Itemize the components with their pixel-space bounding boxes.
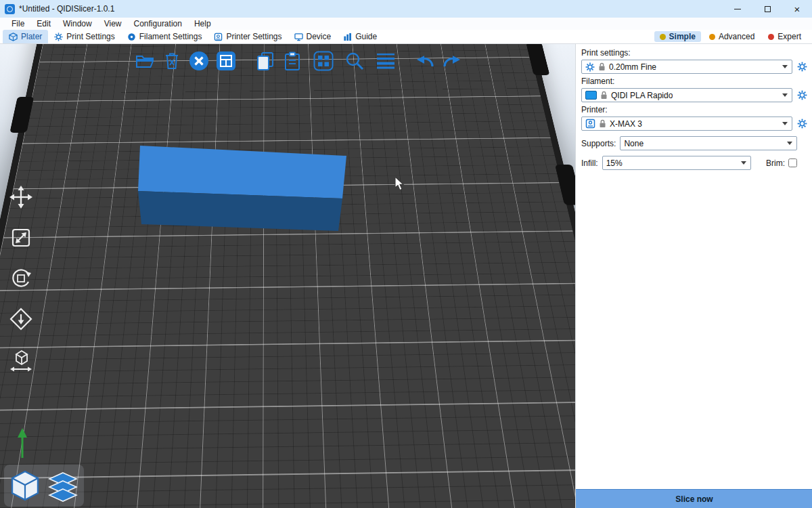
undo-button[interactable] (414, 49, 436, 72)
close-icon: × (794, 4, 800, 14)
delete-button[interactable] (161, 49, 183, 72)
filament-edit-button[interactable] (796, 89, 808, 102)
tab-print-settings[interactable]: Print Settings (48, 30, 120, 43)
slice-now-button[interactable]: Slice now (576, 489, 812, 508)
filament-combo[interactable]: QIDI PLA Rapido (581, 88, 792, 102)
split-objects-button[interactable] (313, 49, 334, 72)
qidislicer-window: *Untitled - QIDISlicer-1.0.1 × File Edit… (0, 0, 812, 508)
search-icon (345, 51, 364, 70)
window-controls: × (723, 0, 812, 18)
menu-edit[interactable]: Edit (30, 18, 57, 30)
printer-row: X-MAX 3 (581, 117, 809, 131)
printer-settings-icon (214, 33, 223, 41)
printer-combo[interactable]: X-MAX 3 (581, 117, 792, 131)
infill-label: Infill: (581, 158, 598, 168)
infill-value: 15% (606, 158, 623, 168)
print-settings-row: 0.20mm Fine (581, 60, 809, 74)
brim-label: Brim: (766, 158, 785, 168)
measure-icon (7, 346, 35, 373)
top-toolbar (134, 48, 463, 74)
mode-selector: Simple Advanced Expert (654, 31, 812, 42)
supports-label: Supports: (581, 139, 616, 148)
model-object[interactable] (0, 44, 575, 508)
supports-row: Supports: None (581, 136, 809, 150)
supports-value: None (624, 139, 644, 148)
redo-button[interactable] (441, 49, 463, 72)
variable-layer-height-button[interactable] (375, 49, 397, 72)
device-icon (294, 33, 303, 41)
3d-viewport[interactable] (0, 44, 575, 508)
mode-simple[interactable]: Simple (654, 31, 701, 42)
lock-icon (598, 62, 606, 71)
chevron-down-icon (782, 65, 788, 68)
print-settings-combo[interactable]: 0.20mm Fine (581, 60, 792, 74)
mouse-cursor (394, 177, 408, 192)
menu-help[interactable]: Help (188, 18, 217, 30)
close-button[interactable]: × (782, 0, 812, 18)
simple-dot-icon (660, 34, 666, 40)
infill-combo[interactable]: 15% (602, 156, 751, 170)
gear-icon (797, 119, 807, 129)
search-button[interactable] (344, 49, 365, 72)
chevron-down-icon (782, 93, 788, 97)
lock-icon (600, 91, 608, 100)
menu-view[interactable]: View (98, 18, 128, 30)
brim-checkbox[interactable] (788, 158, 797, 167)
tab-plater[interactable]: Plater (3, 30, 48, 43)
gear-icon (585, 62, 595, 72)
trash-icon (164, 52, 179, 70)
preview-layers-view-button[interactable] (46, 469, 80, 503)
rotate-tool-button[interactable] (7, 264, 35, 293)
print-settings-edit-button[interactable] (796, 61, 808, 73)
mode-advanced[interactable]: Advanced (704, 31, 760, 42)
print-settings-label: Print settings: (581, 48, 809, 58)
measure-tool-button[interactable] (7, 345, 35, 374)
menu-file[interactable]: File (5, 18, 30, 30)
app-logo-icon (5, 4, 15, 14)
folder-open-icon (135, 53, 154, 69)
menubar: File Edit Window View Configuration Help (0, 18, 812, 30)
delete-all-icon (189, 51, 209, 71)
tab-device[interactable]: Device (288, 30, 338, 43)
move-tool-button[interactable] (7, 183, 35, 211)
minimize-button[interactable] (723, 0, 752, 18)
copy-button[interactable] (254, 49, 276, 72)
printer-value: X-MAX 3 (610, 119, 642, 129)
redo-icon (442, 53, 462, 69)
view-toolbar (4, 465, 84, 507)
left-toolbar (7, 183, 35, 374)
tab-guide[interactable]: Guide (337, 30, 383, 43)
scale-tool-button[interactable] (7, 224, 35, 252)
menu-window[interactable]: Window (57, 18, 98, 30)
cube-3d-view-icon (9, 469, 41, 503)
menu-configuration[interactable]: Configuration (128, 18, 188, 30)
open-file-button[interactable] (134, 49, 156, 72)
gear-icon (797, 62, 807, 72)
model-top-face (138, 146, 346, 198)
expert-dot-icon (768, 34, 774, 40)
paste-icon (284, 51, 301, 70)
split-icon (313, 51, 334, 71)
mode-expert[interactable]: Expert (763, 31, 807, 42)
maximize-button[interactable] (752, 0, 782, 18)
variable-layer-height-icon (376, 52, 396, 70)
print-settings-value: 0.20mm Fine (609, 62, 656, 72)
tab-filament-settings[interactable]: Filament Settings (121, 30, 208, 43)
arrange-button[interactable] (215, 49, 237, 72)
supports-combo[interactable]: None (620, 136, 797, 150)
tab-printer-settings[interactable]: Printer Settings (208, 30, 288, 43)
print-settings-icon (54, 33, 63, 41)
place-on-face-tool-button[interactable] (7, 305, 35, 333)
filament-color-swatch (585, 91, 597, 100)
editor-3d-view-button[interactable] (9, 469, 41, 503)
printer-edit-button[interactable] (796, 118, 808, 130)
settings-sidebar: Print settings: 0.20mm Fine Filament: QI… (575, 44, 812, 508)
window-title: *Untitled - QIDISlicer-1.0.1 (19, 4, 114, 14)
rotate-icon (7, 265, 35, 292)
filament-row: QIDI PLA Rapido (581, 88, 809, 102)
arrange-icon (216, 51, 236, 71)
delete-all-button[interactable] (188, 49, 210, 72)
paste-button[interactable] (281, 49, 303, 72)
infill-brim-row: Infill: 15% Brim: (581, 156, 809, 170)
filament-settings-icon (127, 33, 136, 41)
